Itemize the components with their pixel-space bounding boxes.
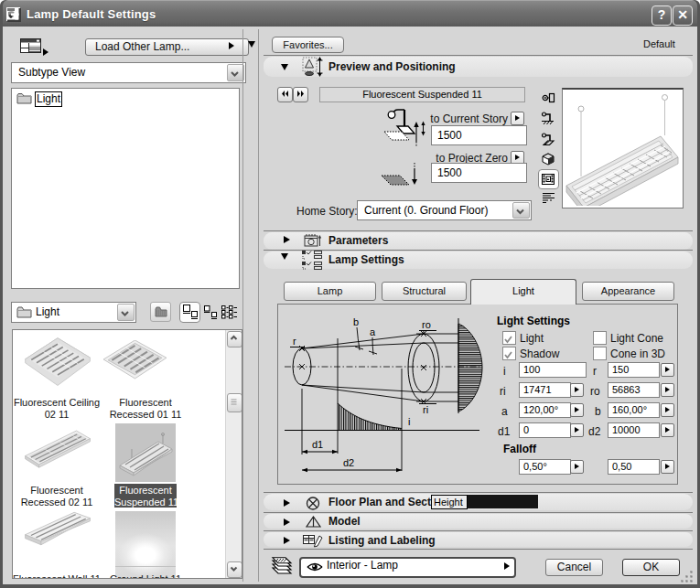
- svg-text:i: i: [408, 416, 410, 427]
- svg-text:d2: d2: [343, 457, 354, 468]
- svg-text:ri: ri: [423, 404, 428, 415]
- svg-text:d1: d1: [312, 439, 323, 450]
- svg-text:a: a: [370, 326, 376, 337]
- svg-text:r: r: [293, 336, 296, 347]
- svg-text:ro: ro: [422, 319, 431, 330]
- svg-text:b: b: [353, 316, 359, 327]
